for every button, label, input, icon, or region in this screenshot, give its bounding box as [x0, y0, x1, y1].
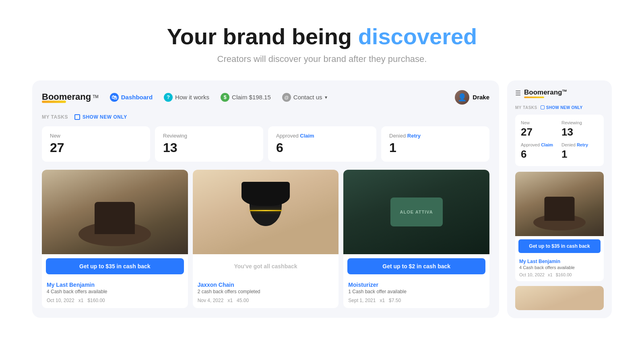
- nav-claim[interactable]: $ Claim $198.15: [221, 93, 271, 102]
- retry-link[interactable]: Retry: [407, 133, 421, 139]
- tasks-header: MY TASKS SHOW NEW ONLY: [42, 114, 489, 120]
- avatar: 👤: [455, 90, 469, 105]
- moisturizer-product-offers: 1 Cash back offer available: [348, 289, 485, 294]
- sidebar-product-hat: Get up to $35 in cash back My Last Benja…: [515, 172, 604, 281]
- moisturizer-product-name[interactable]: Moisturizer: [348, 282, 485, 288]
- sidebar-checkbox-icon: [541, 105, 545, 109]
- hat-product-offers: 4 Cash back offers available: [47, 289, 183, 294]
- sidebar-stat-denied: Denied Retry 1: [561, 142, 598, 160]
- sidebar-tasks-header: MY TASKS SHOW NEW ONLY: [515, 105, 604, 110]
- dashboard-icon: 🛍: [110, 93, 119, 102]
- nav-dashboard[interactable]: 🛍 Dashboard: [110, 93, 153, 102]
- product-moisturizer: Get up to $2 in cash back Moisturizer 1 …: [343, 170, 489, 308]
- hat-cta-button[interactable]: Get up to $35 in cash back: [46, 258, 184, 274]
- card-navbar: BoomerangTM 🛍 Dashboard ? How it works $…: [42, 90, 489, 105]
- checkbox-icon: [74, 114, 80, 120]
- hat-image: [42, 170, 188, 254]
- stats-row: New 27 Reviewing 13 Approved Claim 6 Den: [42, 126, 489, 162]
- sidebar-product-partial: [515, 286, 604, 310]
- sidebar-stat-reviewing: Reviewing 13: [561, 120, 598, 138]
- sidebar-stat-new: New 27: [521, 120, 557, 138]
- main-layout: BoomerangTM 🛍 Dashboard ? How it works $…: [0, 80, 644, 318]
- sidebar-navbar: ☰ BoomerangTM: [515, 88, 604, 98]
- sidebar-card: ☰ BoomerangTM MY TASKS SHOW NEW ONLY New…: [507, 80, 612, 318]
- claim-icon: $: [221, 93, 229, 102]
- sidebar-hat-cta-button[interactable]: Get up to $35 in cash back: [518, 239, 601, 253]
- product-hat: Get up to $35 in cash back My Last Benja…: [42, 170, 188, 308]
- hamburger-icon[interactable]: ☰: [515, 89, 521, 97]
- stat-denied: Denied Retry 1: [381, 126, 489, 162]
- product-chain: You've got all cashback Jaxxon Chain 2 c…: [193, 170, 339, 308]
- user-menu[interactable]: 👤 Drake: [455, 90, 489, 105]
- claim-link[interactable]: Claim: [300, 133, 314, 139]
- brand-logo: BoomerangTM: [42, 92, 99, 103]
- sidebar-show-new-toggle[interactable]: SHOW NEW ONLY: [541, 105, 583, 110]
- show-new-only-toggle[interactable]: SHOW NEW ONLY: [74, 114, 127, 120]
- sidebar-partial-image: [515, 286, 604, 310]
- sidebar-brand: BoomerangTM: [524, 88, 567, 98]
- chain-image: [193, 170, 339, 254]
- moisturizer-cta-button[interactable]: Get up to $2 in cash back: [347, 258, 485, 274]
- sidebar-claim-link[interactable]: Claim: [541, 142, 553, 147]
- chain-product-meta: Nov 4, 2022 x1 45.00: [198, 298, 334, 303]
- dropdown-arrow-icon: ▾: [325, 95, 327, 100]
- moisturizer-image: [343, 170, 489, 254]
- products-row: Get up to $35 in cash back My Last Benja…: [42, 170, 489, 308]
- brand-underline: [42, 101, 66, 103]
- nav-contact[interactable]: @ Contact us ▾: [282, 93, 327, 102]
- sidebar-stat-approved: Approved Claim 6: [521, 142, 557, 160]
- hero-title: Your brand being discovered: [8, 24, 636, 49]
- help-icon: ?: [164, 93, 173, 102]
- chain-product-name[interactable]: Jaxxon Chain: [198, 282, 334, 288]
- contact-icon: @: [282, 93, 291, 102]
- moisturizer-product-meta: Sept 1, 2021 x1 $7.50: [348, 298, 485, 303]
- hero-section: Your brand being discovered Creators wil…: [0, 0, 644, 80]
- hat-product-meta: Oct 10, 2022 x1 $160.00: [47, 298, 183, 303]
- chain-cta-button: You've got all cashback: [197, 258, 335, 274]
- sidebar-hat-product-meta: Oct 10, 2022 x1 $160.00: [519, 272, 600, 277]
- chain-product-offers: 2 cash back offers completed: [198, 289, 334, 294]
- sidebar-brand-underline: [524, 97, 544, 98]
- sidebar-hat-image: [515, 172, 604, 236]
- dashboard-card: BoomerangTM 🛍 Dashboard ? How it works $…: [32, 80, 499, 318]
- sidebar-hat-product-offers: 4 Cash back offers available: [519, 265, 600, 270]
- hat-product-name[interactable]: My Last Benjamin: [47, 282, 183, 288]
- sidebar-hat-product-name[interactable]: My Last Benjamin: [519, 259, 600, 264]
- nav-how-it-works[interactable]: ? How it works: [164, 93, 209, 102]
- stat-new: New 27: [42, 126, 150, 162]
- stat-reviewing: Reviewing 13: [155, 126, 263, 162]
- sidebar-stats: New 27 Reviewing 13 Approved Claim 6: [515, 115, 604, 166]
- stat-approved: Approved Claim 6: [268, 126, 376, 162]
- sidebar-retry-link[interactable]: Retry: [577, 142, 588, 147]
- hero-subtitle: Creators will discover your brand after …: [8, 54, 636, 64]
